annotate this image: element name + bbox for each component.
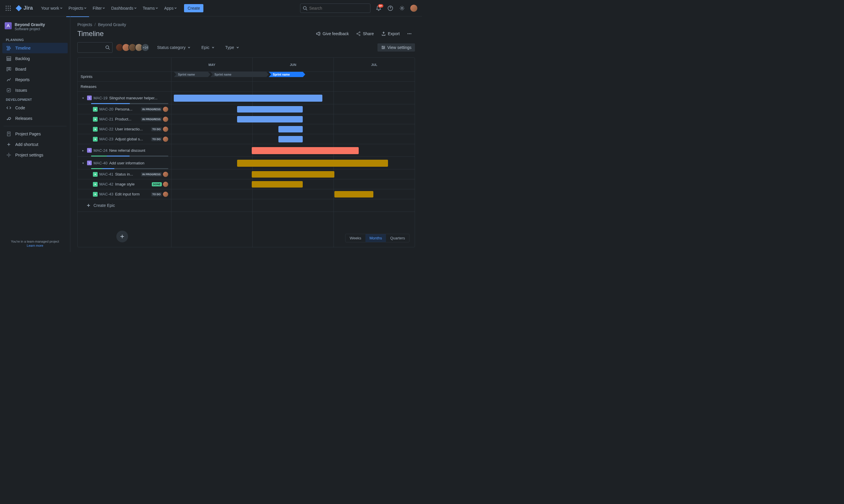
assignee-avatars[interactable]: +14 xyxy=(117,43,149,52)
assignee-avatar[interactable] xyxy=(163,116,168,122)
timeline-bar[interactable] xyxy=(237,160,388,167)
project-header[interactable]: Beyond Gravity Software project xyxy=(2,22,68,36)
zoom-months[interactable]: Months xyxy=(365,234,386,242)
jira-logo[interactable]: Jira xyxy=(15,5,33,12)
zoom-weeks[interactable]: Weeks xyxy=(345,234,365,242)
story-icon xyxy=(93,182,97,187)
settings-icon[interactable] xyxy=(397,3,407,13)
footer-learn-more[interactable]: Learn more xyxy=(5,244,65,247)
project-name: Beyond Gravity xyxy=(15,22,45,27)
timeline-bar[interactable] xyxy=(279,136,303,142)
apps-icon[interactable] xyxy=(3,3,13,13)
chevron-down-icon[interactable]: ▾ xyxy=(80,161,85,165)
issue-key[interactable]: MAC-21 xyxy=(100,117,113,121)
issue-summary[interactable]: User interactio... xyxy=(115,127,150,131)
issue-key[interactable]: MAC-20 xyxy=(100,107,113,111)
story-row: MAC-20Persona...IN PROGRESS xyxy=(78,104,415,114)
give-feedback-button[interactable]: Give feedback xyxy=(313,29,352,38)
issue-summary[interactable]: Product... xyxy=(115,117,140,121)
sprint-chip[interactable]: Sprint name xyxy=(174,72,211,77)
nav-projects[interactable]: Projects xyxy=(66,5,89,12)
nav-filter[interactable]: Filter xyxy=(90,5,108,12)
sidebar-item-backlog[interactable]: Backlog xyxy=(2,53,68,64)
sidebar-item-board[interactable]: Board xyxy=(2,64,68,74)
create-epic-button[interactable]: Create Epic xyxy=(78,199,123,212)
issue-key[interactable]: MAC-22 xyxy=(100,127,113,131)
svg-rect-16 xyxy=(7,57,11,58)
assignee-avatar[interactable] xyxy=(163,182,168,187)
sidebar-item-releases[interactable]: Releases xyxy=(2,113,68,124)
assignee-avatar[interactable] xyxy=(163,137,168,142)
chevron-down-icon[interactable]: ▾ xyxy=(80,96,85,100)
crumb-projects[interactable]: Projects xyxy=(77,22,92,27)
sidebar-item-timeline[interactable]: Timeline xyxy=(2,43,68,53)
timeline-bar[interactable] xyxy=(237,116,303,123)
issue-key[interactable]: MAC-23 xyxy=(100,137,113,141)
issue-summary[interactable]: Edit input form xyxy=(115,192,150,196)
issue-key[interactable]: MAC-43 xyxy=(100,192,113,196)
assignee-avatar[interactable] xyxy=(163,127,168,132)
add-fab[interactable] xyxy=(116,231,128,242)
more-actions-button[interactable] xyxy=(404,29,415,38)
filter-status[interactable]: Status category xyxy=(154,43,194,52)
svg-point-8 xyxy=(10,10,11,11)
sidebar-item-issues[interactable]: Issues xyxy=(2,85,68,95)
issue-key[interactable]: MAC-40 xyxy=(93,161,108,165)
view-settings-button[interactable]: View settings xyxy=(377,43,415,52)
profile-avatar[interactable] xyxy=(409,3,418,13)
sprint-chip-active[interactable]: Sprint name xyxy=(269,72,305,77)
timeline-bar[interactable] xyxy=(279,126,303,132)
nav-apps[interactable]: Apps xyxy=(162,5,179,12)
create-button[interactable]: Create xyxy=(184,4,203,12)
sidebar-item-code[interactable]: Code xyxy=(2,103,68,113)
issue-key[interactable]: MAC-42 xyxy=(100,182,113,186)
filter-epic[interactable]: Epic xyxy=(198,43,217,52)
status-badge: DONE xyxy=(152,182,162,186)
issue-summary[interactable]: Image style xyxy=(115,182,151,186)
nav-dashboards[interactable]: Dashboards xyxy=(109,5,139,12)
timeline-bar[interactable] xyxy=(252,181,303,187)
sprint-chip[interactable]: Sprint name xyxy=(211,72,269,77)
timeline-bar[interactable] xyxy=(237,106,303,112)
issue-key[interactable]: MAC-41 xyxy=(100,172,113,176)
avatar-more[interactable]: +14 xyxy=(141,43,149,52)
export-button[interactable]: Export xyxy=(378,29,403,38)
notifications-icon[interactable]: 9+ xyxy=(374,3,383,13)
issue-summary[interactable]: Slingshot maneuver helper... xyxy=(109,96,168,100)
assignee-avatar[interactable] xyxy=(163,107,168,112)
nav-your-work[interactable]: Your work xyxy=(39,5,65,12)
timeline-bar[interactable] xyxy=(252,147,359,154)
epic-row: ▾MAC-40Add user information xyxy=(78,157,415,169)
svg-rect-18 xyxy=(7,60,11,61)
timeline-search[interactable] xyxy=(77,42,112,53)
assignee-avatar[interactable] xyxy=(163,172,168,177)
sidebar-item-reports[interactable]: Reports xyxy=(2,74,68,85)
issue-summary[interactable]: Adjust global s... xyxy=(115,137,150,141)
help-icon[interactable] xyxy=(386,3,395,13)
crumb-project[interactable]: Beyond Gravity xyxy=(98,22,126,27)
search-box[interactable] xyxy=(300,3,371,13)
sidebar-item-add-shortcut[interactable]: Add shortcut xyxy=(2,139,68,150)
issue-key[interactable]: MAC-19 xyxy=(93,96,108,100)
assignee-avatar[interactable] xyxy=(163,192,168,197)
sidebar-item-project-settings[interactable]: Project settings xyxy=(2,150,68,160)
zoom-toggle: Weeks Months Quarters xyxy=(345,234,409,242)
issues-icon xyxy=(6,87,12,93)
issue-summary[interactable]: Persona... xyxy=(115,107,140,111)
search-input[interactable] xyxy=(309,6,368,11)
issue-summary[interactable]: Status in... xyxy=(115,172,140,176)
sidebar-item-project-pages[interactable]: Project Pages xyxy=(2,129,68,139)
issue-key[interactable]: MAC-24 xyxy=(93,148,108,153)
timeline-bar[interactable] xyxy=(174,95,322,102)
zoom-quarters[interactable]: Quarters xyxy=(386,234,409,242)
chevron-right-icon[interactable]: ▸ xyxy=(80,149,85,152)
share-button[interactable]: Share xyxy=(353,29,377,38)
svg-point-9 xyxy=(303,6,306,10)
filter-type[interactable]: Type xyxy=(222,43,243,52)
timeline-bar[interactable] xyxy=(335,191,373,198)
issue-summary[interactable]: New referral discount xyxy=(109,148,168,153)
nav-teams[interactable]: Teams xyxy=(140,5,161,12)
timeline-bar[interactable] xyxy=(252,171,335,178)
nav-links: Your work Projects Filter Dashboards Tea… xyxy=(39,4,203,12)
issue-summary[interactable]: Add user information xyxy=(109,161,168,165)
